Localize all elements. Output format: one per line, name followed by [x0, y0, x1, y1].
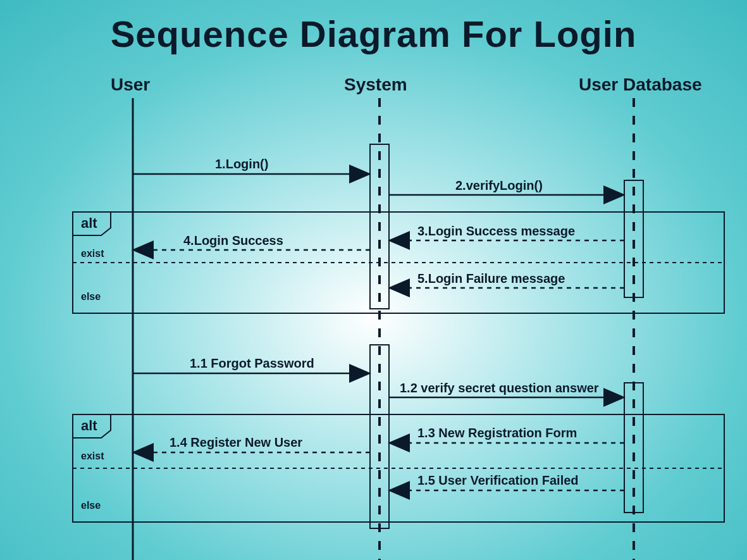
- alt2-guard-else: else: [81, 500, 101, 511]
- alt1-guard-else: else: [81, 291, 101, 302]
- msg-verify-secret: 1.2 verify secret question answer: [400, 381, 599, 395]
- msg-login-success-msg: 3.Login Success message: [417, 224, 575, 239]
- msg-forgot-password: 1.1 Forgot Password: [190, 356, 314, 371]
- msg-login-success: 4.Login Success: [183, 233, 283, 248]
- msg-login-failure: 5.Login Failure message: [417, 271, 565, 286]
- alt2-guard-exist: exist: [81, 451, 104, 462]
- msg-verification-failed: 1.5 User Verification Failed: [417, 473, 579, 488]
- msg-new-registration: 1.3 New Registration Form: [417, 426, 577, 440]
- svg-rect-9: [73, 414, 724, 522]
- alt1-guard-exist: exist: [81, 248, 104, 259]
- msg-verify-login: 2.verifyLogin(): [455, 178, 543, 193]
- diagram-canvas: [0, 0, 747, 560]
- alt2-label: alt: [81, 418, 97, 434]
- msg-login: 1.Login(): [215, 157, 268, 171]
- msg-register-new-user: 1.4 Register New User: [170, 435, 302, 450]
- alt1-label: alt: [81, 215, 97, 232]
